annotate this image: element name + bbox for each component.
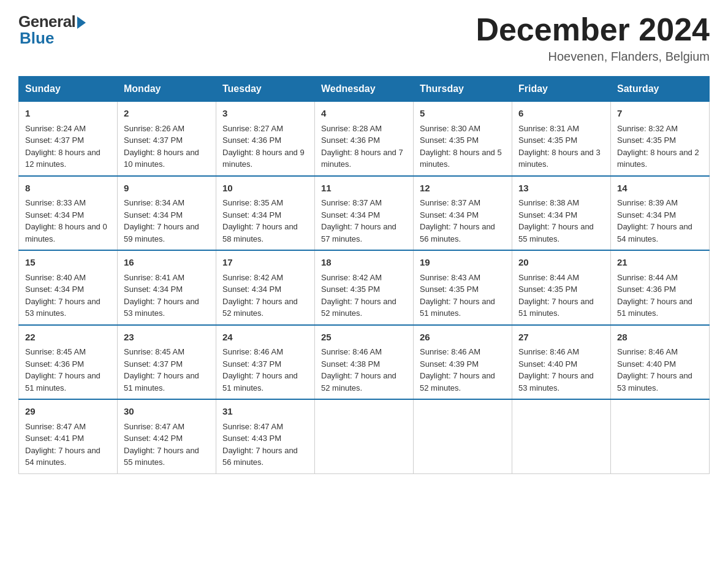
day-number: 29 — [25, 405, 111, 419]
day-sunset: Sunset: 4:40 PM — [617, 359, 676, 369]
calendar-cell: 4 Sunrise: 8:28 AM Sunset: 4:36 PM Dayli… — [315, 101, 414, 176]
day-sunrise: Sunrise: 8:45 AM — [124, 347, 184, 356]
day-number: 1 — [25, 107, 111, 121]
logo-arrow-icon — [77, 17, 86, 29]
day-daylight: Daylight: 8 hours and 5 minutes. — [420, 148, 502, 169]
day-sunrise: Sunrise: 8:47 AM — [124, 422, 184, 431]
calendar-cell: 18 Sunrise: 8:42 AM Sunset: 4:35 PM Dayl… — [315, 250, 414, 325]
calendar-cell: 2 Sunrise: 8:26 AM Sunset: 4:37 PM Dayli… — [118, 101, 216, 176]
day-sunrise: Sunrise: 8:32 AM — [617, 124, 678, 133]
day-sunset: Sunset: 4:38 PM — [321, 359, 380, 369]
day-daylight: Daylight: 7 hours and 54 minutes. — [25, 446, 100, 467]
day-sunrise: Sunrise: 8:46 AM — [420, 347, 480, 356]
day-sunset: Sunset: 4:34 PM — [321, 210, 380, 220]
day-sunset: Sunset: 4:34 PM — [222, 210, 281, 220]
day-daylight: Daylight: 7 hours and 53 minutes. — [124, 297, 199, 318]
calendar-week-row: 15 Sunrise: 8:40 AM Sunset: 4:34 PM Dayl… — [19, 250, 710, 325]
day-daylight: Daylight: 8 hours and 7 minutes. — [321, 148, 403, 169]
day-sunset: Sunset: 4:37 PM — [25, 136, 84, 145]
day-number: 28 — [617, 331, 703, 345]
weekday-header-wednesday: Wednesday — [315, 77, 414, 101]
day-number: 12 — [420, 182, 506, 196]
calendar-table: SundayMondayTuesdayWednesdayThursdayFrid… — [18, 76, 710, 474]
day-daylight: Daylight: 7 hours and 51 minutes. — [617, 297, 692, 318]
day-sunrise: Sunrise: 8:26 AM — [124, 124, 184, 133]
day-daylight: Daylight: 7 hours and 51 minutes. — [25, 371, 100, 393]
day-number: 22 — [25, 331, 111, 345]
day-sunset: Sunset: 4:37 PM — [124, 136, 183, 145]
day-sunrise: Sunrise: 8:40 AM — [25, 273, 86, 282]
calendar-cell: 16 Sunrise: 8:41 AM Sunset: 4:34 PM Dayl… — [118, 250, 216, 325]
day-daylight: Daylight: 7 hours and 51 minutes. — [518, 297, 594, 318]
calendar-cell: 25 Sunrise: 8:46 AM Sunset: 4:38 PM Dayl… — [315, 325, 414, 400]
page-header: General Blue December 2024 Hoevenen, Fla… — [18, 12, 710, 64]
day-daylight: Daylight: 7 hours and 55 minutes. — [124, 446, 199, 467]
day-sunrise: Sunrise: 8:38 AM — [518, 198, 579, 207]
day-sunset: Sunset: 4:35 PM — [518, 285, 577, 294]
day-sunrise: Sunrise: 8:37 AM — [420, 198, 480, 207]
day-number: 31 — [222, 405, 308, 419]
calendar-cell: 14 Sunrise: 8:39 AM Sunset: 4:34 PM Dayl… — [611, 176, 710, 251]
day-sunset: Sunset: 4:36 PM — [617, 285, 676, 294]
day-sunrise: Sunrise: 8:44 AM — [617, 273, 678, 282]
day-sunrise: Sunrise: 8:46 AM — [518, 347, 579, 356]
calendar-cell — [512, 399, 611, 473]
calendar-cell: 5 Sunrise: 8:30 AM Sunset: 4:35 PM Dayli… — [414, 101, 512, 176]
day-sunrise: Sunrise: 8:42 AM — [321, 273, 382, 282]
calendar-cell: 3 Sunrise: 8:27 AM Sunset: 4:36 PM Dayli… — [216, 101, 315, 176]
calendar-cell — [315, 399, 414, 473]
day-sunset: Sunset: 4:34 PM — [617, 210, 676, 220]
calendar-cell: 8 Sunrise: 8:33 AM Sunset: 4:34 PM Dayli… — [19, 176, 118, 251]
calendar-cell: 1 Sunrise: 8:24 AM Sunset: 4:37 PM Dayli… — [19, 101, 118, 176]
day-daylight: Daylight: 7 hours and 57 minutes. — [321, 222, 396, 243]
calendar-cell: 15 Sunrise: 8:40 AM Sunset: 4:34 PM Dayl… — [19, 250, 118, 325]
day-daylight: Daylight: 7 hours and 56 minutes. — [222, 446, 298, 467]
calendar-cell: 20 Sunrise: 8:44 AM Sunset: 4:35 PM Dayl… — [512, 250, 611, 325]
weekday-header-friday: Friday — [512, 77, 611, 101]
day-sunrise: Sunrise: 8:39 AM — [617, 198, 678, 207]
day-number: 26 — [420, 331, 506, 345]
day-sunrise: Sunrise: 8:30 AM — [420, 124, 480, 133]
calendar-cell: 10 Sunrise: 8:35 AM Sunset: 4:34 PM Dayl… — [216, 176, 315, 251]
weekday-header-saturday: Saturday — [611, 77, 710, 101]
day-daylight: Daylight: 7 hours and 52 minutes. — [420, 371, 495, 393]
day-number: 2 — [124, 107, 210, 121]
day-sunrise: Sunrise: 8:27 AM — [222, 124, 283, 133]
calendar-cell: 31 Sunrise: 8:47 AM Sunset: 4:43 PM Dayl… — [216, 399, 315, 473]
day-daylight: Daylight: 7 hours and 53 minutes. — [25, 297, 100, 318]
day-sunset: Sunset: 4:37 PM — [222, 359, 281, 369]
day-daylight: Daylight: 8 hours and 2 minutes. — [617, 148, 699, 169]
day-number: 16 — [124, 256, 210, 270]
weekday-header-monday: Monday — [118, 77, 216, 101]
day-daylight: Daylight: 7 hours and 55 minutes. — [518, 222, 594, 243]
day-number: 18 — [321, 256, 407, 270]
logo: General Blue — [18, 12, 86, 48]
day-number: 11 — [321, 182, 407, 196]
calendar-cell: 11 Sunrise: 8:37 AM Sunset: 4:34 PM Dayl… — [315, 176, 414, 251]
logo-blue-text: Blue — [20, 29, 54, 48]
day-sunrise: Sunrise: 8:44 AM — [518, 273, 579, 282]
day-sunset: Sunset: 4:34 PM — [518, 210, 577, 220]
day-sunrise: Sunrise: 8:28 AM — [321, 124, 382, 133]
title-block: December 2024 Hoevenen, Flanders, Belgiu… — [476, 12, 710, 64]
day-number: 5 — [420, 107, 506, 121]
day-sunrise: Sunrise: 8:46 AM — [321, 347, 382, 356]
calendar-cell: 30 Sunrise: 8:47 AM Sunset: 4:42 PM Dayl… — [118, 399, 216, 473]
calendar-week-row: 1 Sunrise: 8:24 AM Sunset: 4:37 PM Dayli… — [19, 101, 710, 176]
day-sunrise: Sunrise: 8:37 AM — [321, 198, 382, 207]
day-number: 10 — [222, 182, 308, 196]
day-sunset: Sunset: 4:42 PM — [124, 434, 183, 443]
day-number: 27 — [518, 331, 604, 345]
calendar-week-row: 8 Sunrise: 8:33 AM Sunset: 4:34 PM Dayli… — [19, 176, 710, 251]
day-number: 9 — [124, 182, 210, 196]
calendar-cell: 19 Sunrise: 8:43 AM Sunset: 4:35 PM Dayl… — [414, 250, 512, 325]
day-sunset: Sunset: 4:41 PM — [25, 434, 84, 443]
day-sunset: Sunset: 4:43 PM — [222, 434, 281, 443]
day-sunset: Sunset: 4:34 PM — [124, 210, 183, 220]
calendar-cell: 26 Sunrise: 8:46 AM Sunset: 4:39 PM Dayl… — [414, 325, 512, 400]
day-sunset: Sunset: 4:34 PM — [25, 285, 84, 294]
day-sunrise: Sunrise: 8:24 AM — [25, 124, 86, 133]
calendar-cell: 12 Sunrise: 8:37 AM Sunset: 4:34 PM Dayl… — [414, 176, 512, 251]
day-sunset: Sunset: 4:36 PM — [25, 359, 84, 369]
calendar-cell: 22 Sunrise: 8:45 AM Sunset: 4:36 PM Dayl… — [19, 325, 118, 400]
